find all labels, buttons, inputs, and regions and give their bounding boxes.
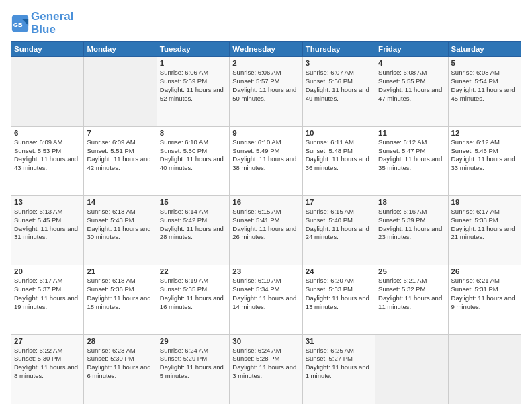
calendar-cell: 11Sunrise: 6:12 AM Sunset: 5:47 PM Dayli… [375,126,448,195]
calendar-cell: 10Sunrise: 6:11 AM Sunset: 5:48 PM Dayli… [302,126,375,195]
weekday-monday: Monday [84,42,157,57]
weekday-header-row: SundayMondayTuesdayWednesdayThursdayFrid… [11,42,521,57]
day-info: Sunrise: 6:06 AM Sunset: 5:59 PM Dayligh… [160,68,226,103]
page: GB General Blue SundayMondayTuesdayWedne… [0,0,532,411]
day-info: Sunrise: 6:13 AM Sunset: 5:45 PM Dayligh… [14,208,81,242]
calendar-week-4: 20Sunrise: 6:17 AM Sunset: 5:37 PM Dayli… [11,265,521,334]
calendar-cell: 6Sunrise: 6:09 AM Sunset: 5:53 PM Daylig… [11,126,84,195]
day-info: Sunrise: 6:06 AM Sunset: 5:57 PM Dayligh… [232,68,299,103]
day-number: 2 [232,59,299,67]
day-info: Sunrise: 6:25 AM Sunset: 5:27 PM Dayligh… [306,347,372,381]
day-number: 15 [160,198,226,206]
day-info: Sunrise: 6:19 AM Sunset: 5:35 PM Dayligh… [160,277,226,311]
calendar-cell: 18Sunrise: 6:16 AM Sunset: 5:39 PM Dayli… [375,196,448,265]
day-number: 25 [378,267,445,275]
day-number: 19 [451,198,518,206]
calendar-cell: 19Sunrise: 6:17 AM Sunset: 5:38 PM Dayli… [448,196,521,265]
calendar-cell: 12Sunrise: 6:12 AM Sunset: 5:46 PM Dayli… [448,126,521,195]
day-number: 17 [306,198,372,206]
day-info: Sunrise: 6:08 AM Sunset: 5:55 PM Dayligh… [378,68,445,103]
calendar-cell: 5Sunrise: 6:08 AM Sunset: 5:54 PM Daylig… [448,57,521,126]
calendar-cell: 30Sunrise: 6:24 AM Sunset: 5:28 PM Dayli… [230,334,302,404]
calendar-cell: 7Sunrise: 6:09 AM Sunset: 5:51 PM Daylig… [84,126,157,195]
day-number: 6 [14,129,81,137]
day-number: 22 [160,267,226,275]
day-info: Sunrise: 6:09 AM Sunset: 5:53 PM Dayligh… [14,138,81,173]
weekday-thursday: Thursday [302,42,375,57]
calendar-cell: 2Sunrise: 6:06 AM Sunset: 5:57 PM Daylig… [230,57,302,126]
day-info: Sunrise: 6:13 AM Sunset: 5:43 PM Dayligh… [87,208,153,242]
day-number: 16 [232,198,299,206]
calendar-cell [11,57,84,126]
day-info: Sunrise: 6:23 AM Sunset: 5:30 PM Dayligh… [87,347,153,381]
day-number: 27 [14,337,81,345]
calendar-week-1: 1Sunrise: 6:06 AM Sunset: 5:59 PM Daylig… [11,57,521,126]
day-number: 8 [160,129,226,137]
header: GB General Blue [11,8,521,36]
calendar-cell: 4Sunrise: 6:08 AM Sunset: 5:55 PM Daylig… [375,57,448,126]
day-info: Sunrise: 6:12 AM Sunset: 5:46 PM Dayligh… [451,138,518,173]
calendar-cell: 13Sunrise: 6:13 AM Sunset: 5:45 PM Dayli… [11,196,84,265]
day-number: 31 [306,337,372,345]
calendar-cell: 21Sunrise: 6:18 AM Sunset: 5:36 PM Dayli… [84,265,157,334]
calendar-cell: 22Sunrise: 6:19 AM Sunset: 5:35 PM Dayli… [157,265,229,334]
svg-text:GB: GB [13,21,23,28]
calendar-cell: 17Sunrise: 6:15 AM Sunset: 5:40 PM Dayli… [302,196,375,265]
day-info: Sunrise: 6:19 AM Sunset: 5:34 PM Dayligh… [232,277,299,311]
day-info: Sunrise: 6:21 AM Sunset: 5:32 PM Dayligh… [378,277,445,311]
day-info: Sunrise: 6:20 AM Sunset: 5:33 PM Dayligh… [306,277,372,311]
day-number: 20 [14,267,81,275]
weekday-friday: Friday [375,42,448,57]
calendar-cell [375,334,448,404]
calendar-cell: 20Sunrise: 6:17 AM Sunset: 5:37 PM Dayli… [11,265,84,334]
day-number: 26 [451,267,518,275]
calendar-week-2: 6Sunrise: 6:09 AM Sunset: 5:53 PM Daylig… [11,126,521,195]
calendar-cell: 16Sunrise: 6:15 AM Sunset: 5:41 PM Dayli… [230,196,302,265]
day-number: 7 [87,129,153,137]
day-info: Sunrise: 6:15 AM Sunset: 5:41 PM Dayligh… [232,208,299,242]
calendar-table: SundayMondayTuesdayWednesdayThursdayFrid… [11,41,521,404]
calendar-cell: 8Sunrise: 6:10 AM Sunset: 5:50 PM Daylig… [157,126,229,195]
calendar-cell: 28Sunrise: 6:23 AM Sunset: 5:30 PM Dayli… [84,334,157,404]
calendar-cell: 25Sunrise: 6:21 AM Sunset: 5:32 PM Dayli… [375,265,448,334]
day-info: Sunrise: 6:18 AM Sunset: 5:36 PM Dayligh… [87,277,153,311]
calendar-week-5: 27Sunrise: 6:22 AM Sunset: 5:30 PM Dayli… [11,334,521,404]
day-number: 1 [160,59,226,67]
day-number: 11 [378,129,445,137]
day-number: 23 [232,267,299,275]
day-info: Sunrise: 6:08 AM Sunset: 5:54 PM Dayligh… [451,68,518,103]
day-info: Sunrise: 6:10 AM Sunset: 5:49 PM Dayligh… [232,138,299,173]
calendar-cell: 31Sunrise: 6:25 AM Sunset: 5:27 PM Dayli… [302,334,375,404]
day-info: Sunrise: 6:24 AM Sunset: 5:29 PM Dayligh… [160,347,226,381]
day-number: 14 [87,198,153,206]
day-number: 18 [378,198,445,206]
calendar-cell: 9Sunrise: 6:10 AM Sunset: 5:49 PM Daylig… [230,126,302,195]
calendar-cell: 29Sunrise: 6:24 AM Sunset: 5:29 PM Dayli… [157,334,229,404]
day-number: 24 [306,267,372,275]
day-number: 12 [451,129,518,137]
calendar-cell: 26Sunrise: 6:21 AM Sunset: 5:31 PM Dayli… [448,265,521,334]
day-info: Sunrise: 6:21 AM Sunset: 5:31 PM Dayligh… [451,277,518,311]
day-info: Sunrise: 6:12 AM Sunset: 5:47 PM Dayligh… [378,138,445,173]
weekday-saturday: Saturday [448,42,521,57]
day-number: 30 [232,337,299,345]
day-info: Sunrise: 6:16 AM Sunset: 5:39 PM Dayligh… [378,208,445,242]
calendar-cell: 27Sunrise: 6:22 AM Sunset: 5:30 PM Dayli… [11,334,84,404]
day-info: Sunrise: 6:09 AM Sunset: 5:51 PM Dayligh… [87,138,153,173]
day-info: Sunrise: 6:10 AM Sunset: 5:50 PM Dayligh… [160,138,226,173]
day-number: 21 [87,267,153,275]
day-number: 10 [306,129,372,137]
day-info: Sunrise: 6:14 AM Sunset: 5:42 PM Dayligh… [160,208,226,242]
day-number: 5 [451,59,518,67]
weekday-sunday: Sunday [11,42,84,57]
day-info: Sunrise: 6:24 AM Sunset: 5:28 PM Dayligh… [232,347,299,381]
weekday-wednesday: Wednesday [230,42,302,57]
calendar-cell: 15Sunrise: 6:14 AM Sunset: 5:42 PM Dayli… [157,196,229,265]
calendar-cell: 1Sunrise: 6:06 AM Sunset: 5:59 PM Daylig… [157,57,229,126]
day-number: 29 [160,337,226,345]
day-number: 9 [232,129,299,137]
day-info: Sunrise: 6:11 AM Sunset: 5:48 PM Dayligh… [306,138,372,173]
day-info: Sunrise: 6:15 AM Sunset: 5:40 PM Dayligh… [306,208,372,242]
day-info: Sunrise: 6:17 AM Sunset: 5:37 PM Dayligh… [14,277,81,311]
logo-icon: GB [11,14,30,33]
